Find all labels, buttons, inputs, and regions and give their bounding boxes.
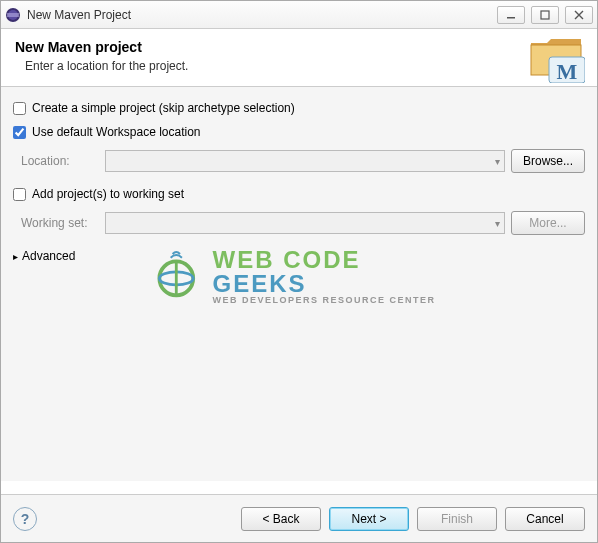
svg-rect-5 bbox=[541, 11, 549, 19]
banner-heading: New Maven project bbox=[15, 39, 583, 55]
help-icon[interactable]: ? bbox=[13, 507, 37, 531]
browse-button[interactable]: Browse... bbox=[511, 149, 585, 173]
cancel-button[interactable]: Cancel bbox=[505, 507, 585, 531]
next-button[interactable]: Next > bbox=[329, 507, 409, 531]
banner-subtitle: Enter a location for the project. bbox=[25, 59, 583, 73]
svg-point-10 bbox=[159, 271, 193, 284]
window-title: New Maven Project bbox=[27, 8, 497, 22]
svg-point-9 bbox=[159, 261, 193, 295]
chevron-down-icon: ▾ bbox=[495, 218, 500, 229]
svg-point-1 bbox=[8, 10, 18, 20]
chevron-down-icon: ▾ bbox=[495, 156, 500, 167]
wizard-footer: ? < Back Next > Finish Cancel bbox=[1, 494, 597, 542]
back-button[interactable]: < Back bbox=[241, 507, 321, 531]
watermark-text-2: WEB DEVELOPERS RESOURCE CENTER bbox=[213, 296, 448, 305]
svg-text:M: M bbox=[557, 59, 578, 83]
minimize-button[interactable] bbox=[497, 6, 525, 24]
location-combo: ▾ bbox=[105, 150, 505, 172]
svg-rect-4 bbox=[507, 17, 515, 19]
working-set-label: Working set: bbox=[21, 216, 99, 230]
simple-project-label[interactable]: Create a simple project (skip archetype … bbox=[32, 101, 295, 115]
wizard-body: Create a simple project (skip archetype … bbox=[1, 87, 597, 481]
title-bar: New Maven Project bbox=[1, 1, 597, 29]
default-workspace-checkbox[interactable] bbox=[13, 126, 26, 139]
wizard-banner: New Maven project Enter a location for t… bbox=[1, 29, 597, 87]
maven-folder-icon: M bbox=[529, 35, 585, 83]
watermark-text-1b: GEEKS bbox=[213, 270, 307, 297]
svg-rect-3 bbox=[7, 15, 19, 16]
working-set-checkbox[interactable] bbox=[13, 188, 26, 201]
working-set-checkbox-label[interactable]: Add project(s) to working set bbox=[32, 187, 184, 201]
eclipse-icon bbox=[5, 7, 21, 23]
default-workspace-label[interactable]: Use default Workspace location bbox=[32, 125, 201, 139]
finish-button[interactable]: Finish bbox=[417, 507, 497, 531]
advanced-expander[interactable]: ▸ Advanced bbox=[13, 249, 585, 263]
working-set-combo: ▾ bbox=[105, 212, 505, 234]
location-label: Location: bbox=[21, 154, 99, 168]
close-button[interactable] bbox=[565, 6, 593, 24]
svg-rect-2 bbox=[7, 13, 19, 14]
advanced-label: Advanced bbox=[22, 249, 75, 263]
simple-project-checkbox[interactable] bbox=[13, 102, 26, 115]
chevron-right-icon: ▸ bbox=[13, 251, 18, 262]
more-button[interactable]: More... bbox=[511, 211, 585, 235]
maximize-button[interactable] bbox=[531, 6, 559, 24]
